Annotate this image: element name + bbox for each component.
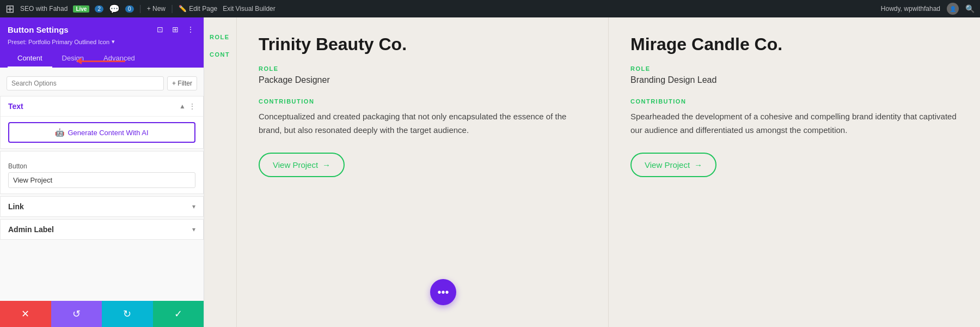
main-area: Button Settings ⊡ ⊞ ⋮ Preset: Portfolio … xyxy=(0,17,980,327)
site-name[interactable]: SEO with Fahad xyxy=(20,5,68,13)
button-text-input[interactable] xyxy=(8,172,195,188)
text-section: Text ▲ ⋮ 🤖 Generate Content With AI xyxy=(0,96,204,149)
link-section-title: Link xyxy=(8,202,24,211)
exit-visual-builder-button[interactable]: Exit Visual Builder xyxy=(223,5,275,13)
admin-label-section-title: Admin Label xyxy=(8,225,54,234)
admin-label-section-header[interactable]: Admin Label ▾ xyxy=(1,220,203,239)
preset-dropdown-icon[interactable]: ▾ xyxy=(112,38,115,45)
content-area: ROLE CONT Trinity Beauty Co. ROLE Packag… xyxy=(204,17,980,327)
panel-icon-resize[interactable]: ⊡ xyxy=(155,24,166,35)
panel-tabs: Content Design Advanced xyxy=(0,50,204,68)
view-project-button-mirage[interactable]: View Project → xyxy=(630,153,716,177)
floating-menu-button[interactable]: ••• xyxy=(430,279,456,305)
save-button[interactable]: ✓ xyxy=(153,301,204,327)
text-section-menu-icon[interactable]: ⋮ xyxy=(189,102,195,110)
panel-footer: ✕ ↺ ↻ ✓ xyxy=(0,301,204,327)
comment-icon[interactable]: 💬 xyxy=(109,4,120,14)
admin-bar: ⊞ SEO with Fahad Live 2 💬 0 | + New | ✏️… xyxy=(0,0,980,17)
view-project-label-mirage: View Project xyxy=(645,160,690,169)
company-name-mirage: Mirage Candle Co. xyxy=(630,34,964,55)
new-button[interactable]: + New xyxy=(147,5,166,13)
role-label-trinity: ROLE xyxy=(259,65,592,72)
delete-button[interactable]: ✕ xyxy=(0,301,51,327)
panel-title: Button Settings xyxy=(8,25,69,34)
view-project-arrow-trinity: → xyxy=(322,160,330,169)
text-section-header[interactable]: Text ▲ ⋮ xyxy=(1,96,203,117)
panel-icon-more[interactable]: ⋮ xyxy=(185,24,196,35)
contribution-label-trinity: CONTRIBUTION xyxy=(259,98,592,105)
view-project-arrow-mirage: → xyxy=(694,160,702,169)
button-section-body: Button xyxy=(1,152,203,193)
search-icon[interactable]: 🔍 xyxy=(965,4,975,13)
contribution-text-mirage: Spearheaded the development of a cohesiv… xyxy=(630,110,964,137)
role-value-mirage: Branding Design Lead xyxy=(630,75,964,85)
avatar[interactable]: 👤 xyxy=(947,3,959,15)
tab-content[interactable]: Content xyxy=(8,50,52,68)
redo-button[interactable]: ↻ xyxy=(102,301,153,327)
undo-button[interactable]: ↺ xyxy=(51,301,102,327)
link-section-header[interactable]: Link ▾ xyxy=(1,197,203,216)
comment-count[interactable]: 0 xyxy=(125,5,134,13)
generate-ai-button[interactable]: 🤖 Generate Content With AI xyxy=(8,122,195,143)
contribution-text-trinity: Conceptualized and created packaging tha… xyxy=(259,110,592,137)
revision-count[interactable]: 2 xyxy=(95,5,103,13)
panel-body: + Filter Text ▲ ⋮ 🤖 Generate Content Wit… xyxy=(0,68,204,301)
ai-button-label: Generate Content With AI xyxy=(68,129,148,137)
wp-logo-icon[interactable]: ⊞ xyxy=(5,2,15,15)
text-section-body: 🤖 Generate Content With AI xyxy=(1,117,203,148)
text-section-collapse-icon[interactable]: ▲ xyxy=(179,102,186,110)
link-section: Link ▾ xyxy=(0,196,204,217)
admin-label-section: Admin Label ▾ xyxy=(0,219,204,240)
text-section-title: Text xyxy=(8,102,23,111)
search-bar: + Filter xyxy=(7,76,197,90)
panel-icon-grid[interactable]: ⊞ xyxy=(170,24,181,35)
card-mirage: Mirage Candle Co. ROLE Branding Design L… xyxy=(609,17,980,327)
edit-page-button[interactable]: ✏️ Edit Page xyxy=(179,5,217,13)
live-badge: Live xyxy=(73,5,89,13)
link-chevron-icon[interactable]: ▾ xyxy=(192,203,195,210)
contribution-label-mirage: CONTRIBUTION xyxy=(630,98,964,105)
partial-card: ROLE CONT xyxy=(204,17,237,327)
role-value-trinity: Package Designer xyxy=(259,75,592,85)
button-settings-panel: Button Settings ⊡ ⊞ ⋮ Preset: Portfolio … xyxy=(0,17,204,327)
card-trinity: Trinity Beauty Co. ROLE Package Designer… xyxy=(237,17,609,327)
howdy-text: Howdy, wpwithfahad xyxy=(881,5,940,13)
company-name-trinity: Trinity Beauty Co. xyxy=(259,34,592,55)
view-project-label-trinity: View Project xyxy=(273,160,318,169)
separator2: | xyxy=(171,4,173,14)
filter-button[interactable]: + Filter xyxy=(167,76,197,90)
separator: | xyxy=(139,4,142,14)
button-field-label: Button xyxy=(8,162,195,170)
button-section: Button xyxy=(0,151,204,194)
view-project-button-trinity[interactable]: View Project → xyxy=(259,153,345,177)
ai-icon: 🤖 xyxy=(55,128,64,137)
panel-header: Button Settings ⊡ ⊞ ⋮ Preset: Portfolio … xyxy=(0,17,204,50)
search-options-input[interactable] xyxy=(7,76,164,90)
panel-preset[interactable]: Preset: Portfolio Primary Outlined Icon … xyxy=(8,38,196,45)
admin-label-chevron-icon[interactable]: ▾ xyxy=(192,226,195,233)
tab-advanced[interactable]: Advanced xyxy=(94,50,145,68)
tab-design[interactable]: Design xyxy=(52,50,94,68)
role-label-mirage: ROLE xyxy=(630,65,964,72)
preset-text: Preset: Portfolio Primary Outlined Icon xyxy=(8,39,109,45)
